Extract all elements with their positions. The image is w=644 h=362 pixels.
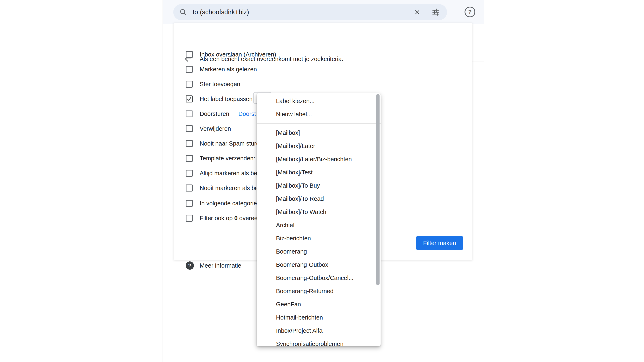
menu-item[interactable]: [Mailbox]/To Watch	[256, 205, 380, 219]
checkbox[interactable]	[186, 66, 193, 73]
checkbox[interactable]	[186, 51, 193, 58]
filter-row-apply-matching: Filter ook op 0 overee	[186, 211, 258, 226]
menu-item[interactable]: Inbox/Project Alfa	[256, 324, 380, 337]
more-info-label: Meer informatie	[200, 262, 241, 269]
search-icon[interactable]	[179, 8, 187, 16]
checkbox[interactable]	[186, 155, 193, 162]
filter-row-apply-label: Het label toepassen:	[186, 91, 254, 106]
menu-item[interactable]: [Mailbox]/Later	[256, 139, 380, 153]
filter-row-star: Ster toevoegen	[186, 77, 240, 91]
checkbox[interactable]	[186, 95, 193, 102]
filter-row-forward: Doorsturen Doorst	[186, 106, 256, 121]
search-bar[interactable]: to:(schoofsdirk+biz)	[173, 4, 447, 20]
menu-scrollbar-thumb[interactable]	[376, 94, 380, 285]
row-label: Altijd markeren als bel	[200, 170, 258, 177]
row-label: In volgende categorie	[200, 200, 257, 207]
menu-item[interactable]: Synchronisatieproblemen	[256, 337, 380, 346]
menu-separator	[256, 123, 380, 124]
menu-item[interactable]: Label kiezen...	[256, 94, 380, 108]
help-filled-icon: ?	[186, 261, 194, 270]
filter-row-never-spam: Nooit naar Spam sture	[186, 136, 260, 151]
row-label: Ster toevoegen	[200, 81, 240, 88]
menu-item[interactable]: [Mailbox]/To Buy	[256, 179, 380, 192]
checkbox[interactable]	[186, 170, 193, 177]
filter-row-template: Template verzenden:	[186, 151, 255, 166]
matching-count: 0	[234, 215, 238, 221]
menu-item[interactable]: [Mailbox]/Later/Biz-berichten	[256, 153, 380, 166]
checkbox[interactable]	[186, 140, 193, 147]
checkbox[interactable]	[186, 110, 193, 117]
menu-item[interactable]: Boomerang-Outbox	[256, 258, 380, 271]
add-forwarding-link[interactable]: Doorst	[238, 110, 256, 117]
row-label: Filter ook op 0 overee	[200, 215, 258, 222]
menu-item[interactable]: [Mailbox]/To Read	[256, 192, 380, 205]
filter-row-delete: Verwijderen	[186, 121, 231, 136]
gmail-filter-screen: to:(schoofsdirk+biz) ? Als een bericht e…	[0, 0, 644, 362]
menu-item[interactable]: [Mailbox]	[256, 126, 380, 139]
row-label: Nooit naar Spam sture	[200, 140, 260, 147]
row-label-suffix: overee	[238, 215, 258, 221]
menu-item[interactable]: GeenFan	[256, 298, 380, 311]
menu-item[interactable]: Archief	[256, 219, 380, 232]
row-label: Verwijderen	[200, 125, 231, 132]
row-label: Template verzenden:	[200, 155, 255, 162]
create-filter-button[interactable]: Filter maken	[416, 236, 463, 250]
clear-search-icon[interactable]	[412, 7, 422, 17]
label-menu-labels: [Mailbox][Mailbox]/Later[Mailbox]/Later/…	[256, 126, 380, 346]
menu-item[interactable]: Boomerang-Returned	[256, 285, 380, 298]
row-label: Nooit markeren als be	[200, 185, 258, 192]
checkbox[interactable]	[186, 215, 193, 222]
menu-item[interactable]: [Mailbox]/Test	[256, 166, 380, 179]
menu-item[interactable]: Hotmail-berichten	[256, 311, 380, 324]
help-icon[interactable]: ?	[464, 6, 475, 17]
search-options-icon[interactable]	[430, 7, 441, 17]
menu-item[interactable]: Boomerang	[256, 245, 380, 258]
tab-divider	[471, 61, 484, 61]
filter-row-archive: Inbox overslaan (Archiveren)	[186, 47, 276, 62]
search-input[interactable]: to:(schoofsdirk+biz)	[193, 8, 249, 16]
filter-row-mark-read: Markeren als gelezen	[186, 62, 257, 77]
more-info-link[interactable]: ? Meer informatie	[186, 258, 241, 273]
content-divider	[162, 0, 163, 362]
filter-row-never-important: Nooit markeren als be	[186, 181, 258, 195]
label-menu: Label kiezen...Nieuw label... [Mailbox][…	[256, 93, 380, 346]
row-label: Het label toepassen:	[200, 96, 254, 102]
label-menu-list: Label kiezen...Nieuw label... [Mailbox][…	[256, 93, 380, 346]
filter-row-always-important: Altijd markeren als bel	[186, 166, 258, 181]
filter-row-categorize: In volgende categorie	[186, 196, 257, 211]
checkbox[interactable]	[186, 200, 193, 207]
row-label: Doorsturen	[200, 110, 229, 117]
checkbox[interactable]	[186, 81, 193, 88]
label-menu-actions: Label kiezen...Nieuw label...	[256, 94, 380, 121]
menu-item[interactable]: Boomerang-Outbox/Cancel...	[256, 271, 380, 285]
menu-item[interactable]: Nieuw label...	[256, 108, 380, 121]
menu-item[interactable]: Biz-berichten	[256, 232, 380, 245]
checkbox[interactable]	[186, 125, 193, 132]
checkbox[interactable]	[186, 185, 193, 192]
row-label: Inbox overslaan (Archiveren)	[200, 51, 276, 58]
row-label-prefix: Filter ook op	[200, 215, 234, 221]
row-label: Markeren als gelezen	[200, 66, 257, 73]
